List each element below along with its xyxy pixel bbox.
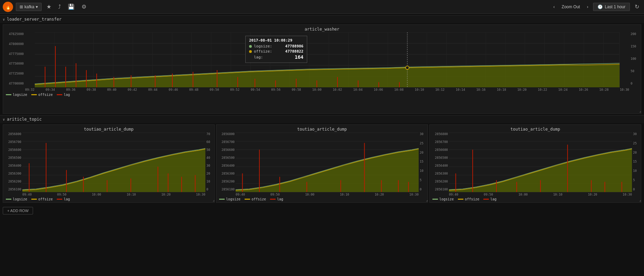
sub-panel-2-yaxis-right: 30 25 20 15 10 5 0 (632, 132, 640, 191)
sub-panel-2-chart-area: 2856800 2856700 2856600 2856500 2856400 … (430, 132, 640, 197)
grafana-logo[interactable]: 🔥 (3, 2, 13, 12)
legend-label-logsize-2: logsize (439, 197, 454, 201)
main-content: ∨ loader_server_transfer article_washer … (0, 14, 644, 219)
sub-panel-2-svg (449, 132, 632, 192)
main-panel: article_washer 47825000 47800000 4777500… (3, 24, 641, 114)
row-header-loader[interactable]: ∨ loader_server_transfer (0, 15, 644, 23)
chevron-left-icon: ‹ (554, 4, 555, 9)
legend-item-logsize-2: logsize (432, 197, 454, 201)
sub-panel-1-yaxis-left: 2856800 2856700 2856600 2856500 2856400 … (217, 132, 236, 191)
main-panel-container: article_washer 47825000 47800000 4777500… (0, 23, 644, 115)
star-icon: ★ (46, 3, 51, 10)
sub-panel-1-legend: logsize offsize lag (216, 197, 428, 202)
chevron-down-icon: ∨ (3, 18, 5, 21)
main-chart-area: 47825000 47800000 47775000 47750000 4772… (4, 32, 640, 92)
save-icon: 💾 (68, 3, 75, 10)
sub-panel-0-chart-area: 2856800 2856700 2856600 2856500 2856400 … (4, 132, 214, 197)
sub-panel-0-legend: logsize offsize lag (3, 197, 214, 202)
sub-panel-2: toutiao_article_dump 2856800 2856700 285… (429, 124, 641, 203)
chevron-down-icon-2: ∨ (3, 118, 5, 121)
save-button[interactable]: 💾 (66, 2, 77, 11)
legend-label-lag-2: lag (490, 197, 496, 201)
panel-resize-handle[interactable]: ◢ (637, 110, 641, 113)
sub-panel-1-svg-wrapper: 09:40 09:50 10:00 10:10 10:20 10:30 (236, 132, 419, 197)
sub-panel-1-yaxis-right: 30 25 20 15 10 5 0 (419, 132, 427, 191)
star-button[interactable]: ★ (44, 2, 53, 11)
legend-item-offsize-2: offsize (458, 197, 479, 201)
chevron-right-icon: › (587, 4, 588, 9)
sub-panel-1-xaxis: 09:40 09:50 10:00 10:10 10:20 10:30 (236, 192, 419, 197)
sub-panel-0: toutiao_article_dump 2856800 2856700 285… (3, 124, 215, 203)
svg-marker-36 (35, 64, 620, 87)
refresh-button[interactable]: ↻ (633, 2, 641, 11)
legend-color-offsize-1 (245, 199, 250, 200)
svg-point-59 (406, 66, 409, 69)
app-dropdown-icon: ▾ (36, 4, 38, 9)
share-button[interactable]: ⤴ (56, 2, 63, 11)
sub-panel-2-xaxis: 09:40 09:50 10:00 10:10 10:20 10:30 (449, 192, 632, 197)
topnav-left: 🔥 ⊞ kafka ▾ ★ ⤴ 💾 ⚙ (3, 2, 551, 12)
legend-item-lag-0: lag (57, 197, 70, 201)
zoom-forward-button[interactable]: › (585, 3, 590, 11)
legend-label-lag-0: lag (64, 197, 70, 201)
legend-label-logsize-0: logsize (13, 197, 27, 201)
main-svg-wrapper: 09:32 09:34 09:36 09:38 09:40 09:42 09:4… (25, 32, 629, 92)
legend-item-logsize-0: logsize (6, 197, 27, 201)
sub-panel-1-chart-area: 2856800 2856700 2856600 2856500 2856400 … (217, 132, 427, 197)
legend-color-logsize-2 (432, 199, 438, 200)
y-axis-left-main: 47825000 47800000 47775000 47750000 4772… (4, 32, 25, 85)
legend-color-lag-1 (270, 199, 276, 200)
sub-panel-2-title: toutiao_article_dump (430, 125, 641, 132)
add-row-button[interactable]: + ADD ROW (3, 207, 33, 214)
topnav-right: ‹ Zoom Out › 🕐 Last 1 hour ↻ (551, 2, 641, 11)
settings-button[interactable]: ⚙ (79, 2, 88, 11)
legend-color-logsize (6, 94, 11, 95)
legend-color-offsize-0 (31, 199, 37, 200)
sub-panel-1-svg (236, 132, 419, 192)
sub-panel-2-svg-wrapper: 09:40 09:50 10:00 10:10 10:20 10:30 (449, 132, 632, 197)
row-label-loader: loader_server_transfer (7, 17, 62, 22)
sub-panel-2-resize[interactable]: ◢ (637, 199, 641, 202)
sub-panel-0-resize[interactable]: ◢ (211, 199, 214, 202)
sub-panel-1-title: toutiao_article_dump (216, 125, 428, 132)
sub-panel-0-xaxis: 09:40 09:50 10:00 10:10 10:20 10:30 (22, 192, 205, 197)
zoom-out-label: Zoom Out (562, 4, 580, 9)
legend-label-lag: lag (64, 93, 70, 97)
sub-panel-2-yaxis-left: 2856800 2856700 2856600 2856500 2856400 … (430, 132, 449, 191)
x-axis-main: 09:32 09:34 09:36 09:38 09:40 09:42 09:4… (25, 87, 629, 92)
refresh-icon: ↻ (635, 4, 639, 10)
main-panel-legend: logsize offsize lag (3, 92, 641, 98)
sub-panel-1: toutiao_article_dump 2856800 2856700 285… (216, 124, 428, 203)
clock-icon: 🕐 (598, 4, 603, 9)
legend-label-logsize: logsize (13, 93, 27, 97)
app-name-button[interactable]: ⊞ kafka ▾ (16, 3, 42, 11)
zoom-out-button[interactable]: Zoom Out (560, 3, 582, 11)
zoom-back-button[interactable]: ‹ (551, 3, 557, 11)
legend-color-lag-0 (57, 199, 62, 200)
legend-item-offsize-1: offsize (245, 197, 266, 201)
legend-item-lag-2: lag (483, 197, 496, 201)
legend-color-offsize (31, 94, 37, 95)
legend-color-lag-2 (483, 199, 489, 200)
legend-item-lag-1: lag (270, 197, 283, 201)
sub-panel-2-legend: logsize offsize lag (430, 197, 641, 202)
add-row-label: + ADD ROW (7, 209, 29, 213)
sub-panel-1-resize[interactable]: ◢ (424, 199, 428, 202)
topnav: 🔥 ⊞ kafka ▾ ★ ⤴ 💾 ⚙ ‹ Zoom Out › 🕐 (0, 0, 644, 14)
legend-color-logsize-1 (219, 199, 225, 200)
legend-label-offsize-2: offsize (465, 197, 479, 201)
time-range-label: Last 1 hour (605, 4, 625, 9)
row-label-article: ariticle_topic (7, 117, 42, 122)
time-range-button[interactable]: 🕐 Last 1 hour (593, 3, 630, 11)
legend-item-logsize: logsize (6, 93, 27, 97)
sub-panel-0-yaxis-right: 70 60 50 40 30 20 10 0 (205, 132, 214, 191)
row-header-article[interactable]: ∨ ariticle_topic (0, 115, 644, 123)
legend-color-lag (57, 94, 62, 95)
main-panel-title: article_washer (3, 25, 641, 32)
sub-panel-0-yaxis-left: 2856800 2856700 2856600 2856500 2856400 … (4, 132, 22, 191)
legend-label-offsize-0: offsize (38, 197, 53, 201)
legend-color-offsize-2 (458, 199, 463, 200)
share-icon: ⤴ (58, 4, 61, 10)
legend-item-offsize-0: offsize (31, 197, 53, 201)
sub-panel-0-svg (22, 132, 205, 192)
